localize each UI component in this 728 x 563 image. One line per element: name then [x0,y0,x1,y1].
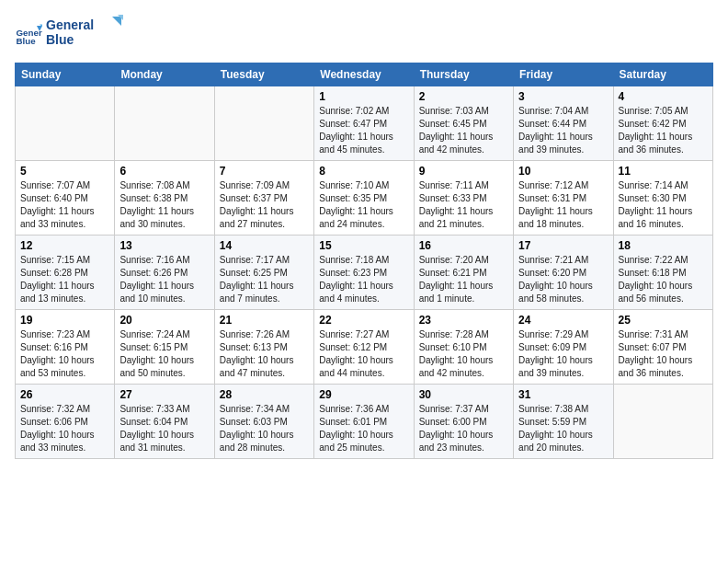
day-info: Sunrise: 7:09 AM Sunset: 6:37 PM Dayligh… [220,179,309,231]
calendar-cell: 20Sunrise: 7:24 AM Sunset: 6:15 PM Dayli… [115,310,214,385]
calendar-cell: 2Sunrise: 7:03 AM Sunset: 6:45 PM Daylig… [414,86,513,161]
day-number: 25 [619,314,708,327]
weekday-header-wednesday: Wednesday [314,63,414,86]
calendar-cell: 18Sunrise: 7:22 AM Sunset: 6:18 PM Dayli… [613,236,712,310]
day-info: Sunrise: 7:08 AM Sunset: 6:38 PM Dayligh… [119,179,209,231]
day-number: 14 [220,239,309,252]
day-info: Sunrise: 7:11 AM Sunset: 6:33 PM Dayligh… [419,179,508,231]
calendar-cell: 7Sunrise: 7:09 AM Sunset: 6:37 PM Daylig… [214,161,313,236]
calendar-cell [16,86,115,161]
weekday-header-sunday: Sunday [16,63,115,86]
day-number: 1 [319,90,408,103]
calendar-table: SundayMondayTuesdayWednesdayThursdayFrid… [15,63,713,459]
day-number: 13 [119,239,209,252]
day-info: Sunrise: 7:14 AM Sunset: 6:30 PM Dayligh… [619,179,708,231]
day-number: 23 [419,314,508,327]
calendar-header: General Blue General Blue [15,15,713,53]
day-number: 2 [419,90,508,103]
logo-svg: General Blue [46,15,129,50]
day-info: Sunrise: 7:37 AM Sunset: 6:00 PM Dayligh… [419,403,508,454]
day-info: Sunrise: 7:28 AM Sunset: 6:10 PM Dayligh… [419,328,508,380]
day-number: 18 [619,239,708,252]
day-number: 15 [319,239,408,252]
day-info: Sunrise: 7:03 AM Sunset: 6:45 PM Dayligh… [419,105,508,156]
calendar-cell: 22Sunrise: 7:27 AM Sunset: 6:12 PM Dayli… [314,310,414,385]
day-number: 20 [119,314,209,327]
calendar-cell: 4Sunrise: 7:05 AM Sunset: 6:42 PM Daylig… [613,86,712,161]
calendar-cell: 24Sunrise: 7:29 AM Sunset: 6:09 PM Dayli… [514,310,613,385]
calendar-cell: 5Sunrise: 7:07 AM Sunset: 6:40 PM Daylig… [16,161,115,236]
day-info: Sunrise: 7:16 AM Sunset: 6:26 PM Dayligh… [119,254,209,305]
calendar-cell: 12Sunrise: 7:15 AM Sunset: 6:28 PM Dayli… [16,236,115,310]
calendar-cell: 26Sunrise: 7:32 AM Sunset: 6:06 PM Dayli… [16,385,115,459]
day-number: 28 [220,388,309,401]
day-number: 9 [419,165,508,178]
calendar-cell: 9Sunrise: 7:11 AM Sunset: 6:33 PM Daylig… [414,161,513,236]
week-row-2: 5Sunrise: 7:07 AM Sunset: 6:40 PM Daylig… [16,161,713,236]
day-info: Sunrise: 7:31 AM Sunset: 6:07 PM Dayligh… [619,328,708,380]
day-number: 7 [220,165,309,178]
calendar-cell [214,86,313,161]
day-info: Sunrise: 7:26 AM Sunset: 6:13 PM Dayligh… [220,328,309,380]
day-number: 17 [518,239,608,252]
svg-marker-7 [112,17,121,26]
day-info: Sunrise: 7:36 AM Sunset: 6:01 PM Dayligh… [319,403,408,454]
week-row-5: 26Sunrise: 7:32 AM Sunset: 6:06 PM Dayli… [16,385,713,459]
calendar-cell: 30Sunrise: 7:37 AM Sunset: 6:00 PM Dayli… [414,385,513,459]
calendar-cell: 27Sunrise: 7:33 AM Sunset: 6:04 PM Dayli… [115,385,214,459]
day-info: Sunrise: 7:23 AM Sunset: 6:16 PM Dayligh… [20,328,109,380]
calendar-cell: 13Sunrise: 7:16 AM Sunset: 6:26 PM Dayli… [115,236,214,310]
day-info: Sunrise: 7:10 AM Sunset: 6:35 PM Dayligh… [319,179,408,231]
day-info: Sunrise: 7:15 AM Sunset: 6:28 PM Dayligh… [20,254,109,305]
day-info: Sunrise: 7:17 AM Sunset: 6:25 PM Dayligh… [220,254,309,305]
day-info: Sunrise: 7:07 AM Sunset: 6:40 PM Dayligh… [20,179,109,231]
day-info: Sunrise: 7:04 AM Sunset: 6:44 PM Dayligh… [518,105,608,156]
day-info: Sunrise: 7:24 AM Sunset: 6:15 PM Dayligh… [119,328,209,380]
day-number: 6 [119,165,209,178]
weekday-header-saturday: Saturday [613,63,712,86]
calendar-cell: 8Sunrise: 7:10 AM Sunset: 6:35 PM Daylig… [314,161,414,236]
day-info: Sunrise: 7:20 AM Sunset: 6:21 PM Dayligh… [419,254,508,305]
day-info: Sunrise: 7:29 AM Sunset: 6:09 PM Dayligh… [518,328,608,380]
calendar-cell [613,385,712,459]
calendar-cell: 19Sunrise: 7:23 AM Sunset: 6:16 PM Dayli… [16,310,115,385]
day-number: 30 [419,388,508,401]
day-info: Sunrise: 7:38 AM Sunset: 5:59 PM Dayligh… [518,403,608,454]
day-number: 29 [319,388,408,401]
day-number: 11 [619,165,708,178]
weekday-header-monday: Monday [115,63,214,86]
week-row-1: 1Sunrise: 7:02 AM Sunset: 6:47 PM Daylig… [16,86,713,161]
calendar-cell: 14Sunrise: 7:17 AM Sunset: 6:25 PM Dayli… [214,236,313,310]
day-info: Sunrise: 7:21 AM Sunset: 6:20 PM Dayligh… [518,254,608,305]
day-number: 3 [518,90,608,103]
calendar-cell: 17Sunrise: 7:21 AM Sunset: 6:20 PM Dayli… [514,236,613,310]
day-info: Sunrise: 7:12 AM Sunset: 6:31 PM Dayligh… [518,179,608,231]
day-number: 22 [319,314,408,327]
day-info: Sunrise: 7:05 AM Sunset: 6:42 PM Dayligh… [619,105,708,156]
day-number: 31 [518,388,608,401]
calendar-cell: 15Sunrise: 7:18 AM Sunset: 6:23 PM Dayli… [314,236,414,310]
day-number: 4 [619,90,708,103]
calendar-cell: 11Sunrise: 7:14 AM Sunset: 6:30 PM Dayli… [613,161,712,236]
day-number: 5 [20,165,109,178]
day-number: 27 [119,388,209,401]
calendar-cell: 10Sunrise: 7:12 AM Sunset: 6:31 PM Dayli… [514,161,613,236]
calendar-cell: 23Sunrise: 7:28 AM Sunset: 6:10 PM Dayli… [414,310,513,385]
calendar-cell: 3Sunrise: 7:04 AM Sunset: 6:44 PM Daylig… [514,86,613,161]
svg-text:General: General [46,17,94,32]
calendar-cell: 16Sunrise: 7:20 AM Sunset: 6:21 PM Dayli… [414,236,513,310]
calendar-cell [115,86,214,161]
day-number: 16 [419,239,508,252]
calendar-cell: 25Sunrise: 7:31 AM Sunset: 6:07 PM Dayli… [613,310,712,385]
calendar-cell: 21Sunrise: 7:26 AM Sunset: 6:13 PM Dayli… [214,310,313,385]
calendar-cell: 6Sunrise: 7:08 AM Sunset: 6:38 PM Daylig… [115,161,214,236]
day-number: 21 [220,314,309,327]
weekday-header-friday: Friday [514,63,613,86]
day-info: Sunrise: 7:02 AM Sunset: 6:47 PM Dayligh… [319,105,408,156]
day-info: Sunrise: 7:32 AM Sunset: 6:06 PM Dayligh… [20,403,109,454]
calendar-cell: 28Sunrise: 7:34 AM Sunset: 6:03 PM Dayli… [214,385,313,459]
day-info: Sunrise: 7:34 AM Sunset: 6:03 PM Dayligh… [220,403,309,454]
calendar-cell: 1Sunrise: 7:02 AM Sunset: 6:47 PM Daylig… [314,86,414,161]
day-info: Sunrise: 7:27 AM Sunset: 6:12 PM Dayligh… [319,328,408,380]
day-number: 26 [20,388,109,401]
